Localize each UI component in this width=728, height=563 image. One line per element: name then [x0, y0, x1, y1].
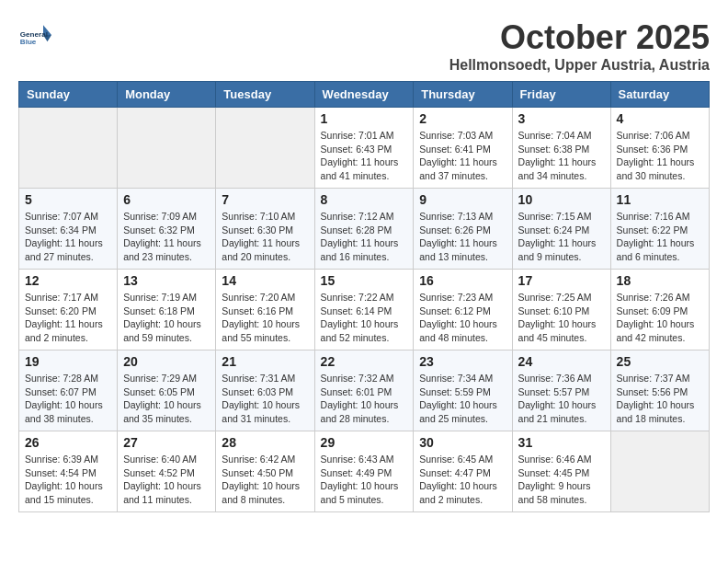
day-info: Sunrise: 7:12 AM Sunset: 6:28 PM Dayligh…: [321, 210, 408, 264]
day-number: 2: [419, 111, 506, 126]
day-number: 8: [321, 192, 408, 207]
calendar-body: 1Sunrise: 7:01 AM Sunset: 6:43 PM Daylig…: [19, 108, 710, 512]
calendar-day-cell: 10Sunrise: 7:15 AM Sunset: 6:24 PM Dayli…: [512, 189, 610, 270]
calendar-day-cell: 6Sunrise: 7:09 AM Sunset: 6:32 PM Daylig…: [118, 189, 216, 270]
day-info: Sunrise: 7:23 AM Sunset: 6:12 PM Dayligh…: [419, 291, 506, 345]
day-info: Sunrise: 7:32 AM Sunset: 6:01 PM Dayligh…: [321, 372, 408, 426]
calendar-day-cell: 13Sunrise: 7:19 AM Sunset: 6:18 PM Dayli…: [118, 270, 216, 350]
day-number: 30: [419, 435, 506, 450]
calendar-week-row: 1Sunrise: 7:01 AM Sunset: 6:43 PM Daylig…: [19, 108, 710, 189]
calendar-week-row: 12Sunrise: 7:17 AM Sunset: 6:20 PM Dayli…: [19, 270, 710, 350]
day-number: 29: [321, 435, 408, 450]
calendar-day-cell: 18Sunrise: 7:26 AM Sunset: 6:09 PM Dayli…: [610, 270, 709, 350]
day-number: 31: [518, 435, 605, 450]
calendar-day-cell: 17Sunrise: 7:25 AM Sunset: 6:10 PM Dayli…: [512, 270, 610, 350]
day-number: 18: [617, 273, 703, 288]
day-info: Sunrise: 7:26 AM Sunset: 6:09 PM Dayligh…: [617, 291, 703, 345]
calendar-day-cell: 28Sunrise: 6:42 AM Sunset: 4:50 PM Dayli…: [216, 431, 314, 512]
day-number: 9: [419, 192, 506, 207]
calendar-header-row: SundayMondayTuesdayWednesdayThursdayFrid…: [19, 82, 710, 108]
weekday-header-wednesday: Wednesday: [314, 82, 414, 108]
day-info: Sunrise: 7:10 AM Sunset: 6:30 PM Dayligh…: [222, 210, 308, 264]
calendar-day-cell: 27Sunrise: 6:40 AM Sunset: 4:52 PM Dayli…: [118, 431, 216, 512]
day-number: 15: [321, 273, 408, 288]
calendar-week-row: 5Sunrise: 7:07 AM Sunset: 6:34 PM Daylig…: [19, 189, 710, 270]
day-number: 16: [419, 273, 506, 288]
day-info: Sunrise: 7:13 AM Sunset: 6:26 PM Dayligh…: [419, 210, 506, 264]
day-info: Sunrise: 6:40 AM Sunset: 4:52 PM Dayligh…: [123, 453, 210, 507]
calendar-day-cell: 26Sunrise: 6:39 AM Sunset: 4:54 PM Dayli…: [19, 431, 118, 512]
weekday-header-saturday: Saturday: [610, 82, 709, 108]
day-number: 3: [518, 111, 605, 126]
title-section: October 2025 Hellmonsoedt, Upper Austria…: [449, 18, 710, 74]
day-number: 4: [617, 111, 703, 126]
calendar-day-cell: 30Sunrise: 6:45 AM Sunset: 4:47 PM Dayli…: [414, 431, 512, 512]
weekday-header-monday: Monday: [118, 82, 216, 108]
day-number: 17: [518, 273, 605, 288]
day-info: Sunrise: 7:20 AM Sunset: 6:16 PM Dayligh…: [222, 291, 308, 345]
day-number: 5: [25, 192, 111, 207]
day-number: 27: [123, 435, 210, 450]
calendar-day-cell: 1Sunrise: 7:01 AM Sunset: 6:43 PM Daylig…: [314, 108, 414, 189]
calendar-week-row: 19Sunrise: 7:28 AM Sunset: 6:07 PM Dayli…: [19, 350, 710, 431]
day-number: 28: [222, 435, 308, 450]
calendar-empty-cell: [216, 108, 314, 189]
day-info: Sunrise: 6:46 AM Sunset: 4:45 PM Dayligh…: [518, 453, 605, 507]
day-number: 10: [518, 192, 605, 207]
calendar-day-cell: 20Sunrise: 7:29 AM Sunset: 6:05 PM Dayli…: [118, 350, 216, 431]
weekday-header-tuesday: Tuesday: [216, 82, 314, 108]
day-info: Sunrise: 6:45 AM Sunset: 4:47 PM Dayligh…: [419, 453, 506, 507]
day-number: 24: [518, 354, 605, 369]
weekday-header-sunday: Sunday: [19, 82, 118, 108]
calendar-empty-cell: [118, 108, 216, 189]
calendar-day-cell: 4Sunrise: 7:06 AM Sunset: 6:36 PM Daylig…: [610, 108, 709, 189]
day-number: 25: [617, 354, 703, 369]
svg-text:Blue: Blue: [20, 38, 37, 46]
day-info: Sunrise: 7:06 AM Sunset: 6:36 PM Dayligh…: [617, 129, 703, 183]
weekday-header-friday: Friday: [512, 82, 610, 108]
calendar-day-cell: 21Sunrise: 7:31 AM Sunset: 6:03 PM Dayli…: [216, 350, 314, 431]
day-number: 1: [321, 111, 408, 126]
calendar-day-cell: 12Sunrise: 7:17 AM Sunset: 6:20 PM Dayli…: [19, 270, 118, 350]
logo: General Blue General Blue: [18, 18, 51, 52]
calendar-day-cell: 3Sunrise: 7:04 AM Sunset: 6:38 PM Daylig…: [512, 108, 610, 189]
calendar-day-cell: 19Sunrise: 7:28 AM Sunset: 6:07 PM Dayli…: [19, 350, 118, 431]
calendar-day-cell: 31Sunrise: 6:46 AM Sunset: 4:45 PM Dayli…: [512, 431, 610, 512]
calendar-day-cell: 23Sunrise: 7:34 AM Sunset: 5:59 PM Dayli…: [414, 350, 512, 431]
calendar-day-cell: 15Sunrise: 7:22 AM Sunset: 6:14 PM Dayli…: [314, 270, 414, 350]
calendar-day-cell: 16Sunrise: 7:23 AM Sunset: 6:12 PM Dayli…: [414, 270, 512, 350]
calendar-day-cell: 22Sunrise: 7:32 AM Sunset: 6:01 PM Dayli…: [314, 350, 414, 431]
day-info: Sunrise: 7:29 AM Sunset: 6:05 PM Dayligh…: [123, 372, 210, 426]
day-info: Sunrise: 7:07 AM Sunset: 6:34 PM Dayligh…: [25, 210, 111, 264]
month-title: October 2025: [449, 18, 710, 57]
day-number: 22: [321, 354, 408, 369]
day-info: Sunrise: 7:36 AM Sunset: 5:57 PM Dayligh…: [518, 372, 605, 426]
calendar-day-cell: 25Sunrise: 7:37 AM Sunset: 5:56 PM Dayli…: [610, 350, 709, 431]
calendar-day-cell: 7Sunrise: 7:10 AM Sunset: 6:30 PM Daylig…: [216, 189, 314, 270]
page-header: General Blue General Blue October 2025 H…: [18, 18, 710, 74]
day-number: 7: [222, 192, 308, 207]
day-number: 13: [123, 273, 210, 288]
day-info: Sunrise: 7:04 AM Sunset: 6:38 PM Dayligh…: [518, 129, 605, 183]
weekday-header-thursday: Thursday: [414, 82, 512, 108]
day-info: Sunrise: 7:37 AM Sunset: 5:56 PM Dayligh…: [617, 372, 703, 426]
day-info: Sunrise: 7:15 AM Sunset: 6:24 PM Dayligh…: [518, 210, 605, 264]
location-title: Hellmonsoedt, Upper Austria, Austria: [449, 57, 710, 74]
day-info: Sunrise: 7:25 AM Sunset: 6:10 PM Dayligh…: [518, 291, 605, 345]
calendar-day-cell: 5Sunrise: 7:07 AM Sunset: 6:34 PM Daylig…: [19, 189, 118, 270]
day-info: Sunrise: 6:42 AM Sunset: 4:50 PM Dayligh…: [222, 453, 308, 507]
calendar-day-cell: 2Sunrise: 7:03 AM Sunset: 6:41 PM Daylig…: [414, 108, 512, 189]
day-info: Sunrise: 7:31 AM Sunset: 6:03 PM Dayligh…: [222, 372, 308, 426]
day-number: 6: [123, 192, 210, 207]
day-info: Sunrise: 7:01 AM Sunset: 6:43 PM Dayligh…: [321, 129, 408, 183]
day-info: Sunrise: 7:17 AM Sunset: 6:20 PM Dayligh…: [25, 291, 111, 345]
day-number: 23: [419, 354, 506, 369]
calendar-day-cell: 14Sunrise: 7:20 AM Sunset: 6:16 PM Dayli…: [216, 270, 314, 350]
calendar-empty-cell: [610, 431, 709, 512]
calendar-week-row: 26Sunrise: 6:39 AM Sunset: 4:54 PM Dayli…: [19, 431, 710, 512]
day-number: 20: [123, 354, 210, 369]
day-info: Sunrise: 7:28 AM Sunset: 6:07 PM Dayligh…: [25, 372, 111, 426]
calendar-day-cell: 11Sunrise: 7:16 AM Sunset: 6:22 PM Dayli…: [610, 189, 709, 270]
day-info: Sunrise: 6:39 AM Sunset: 4:54 PM Dayligh…: [25, 453, 111, 507]
day-info: Sunrise: 6:43 AM Sunset: 4:49 PM Dayligh…: [321, 453, 408, 507]
